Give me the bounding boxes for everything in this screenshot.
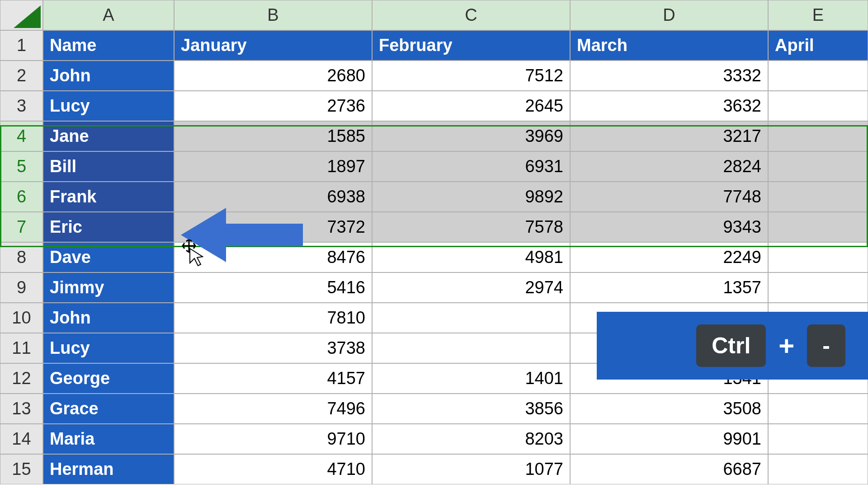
cell-A3[interactable]: Lucy xyxy=(43,91,174,121)
cell-B11[interactable]: 3738 xyxy=(174,333,372,363)
row-header-13[interactable]: 13 xyxy=(0,394,43,424)
cell-D1[interactable]: March xyxy=(570,30,768,61)
cell-B3[interactable]: 2736 xyxy=(174,91,372,121)
row-header-11[interactable]: 11 xyxy=(0,333,43,363)
cell-C10[interactable] xyxy=(372,303,570,333)
cell-C7[interactable]: 7578 xyxy=(372,212,570,242)
cell-B5[interactable]: 1897 xyxy=(174,151,372,182)
col-header-C[interactable]: C xyxy=(372,0,570,30)
cell-A5[interactable]: Bill xyxy=(43,151,174,182)
row-header-3[interactable]: 3 xyxy=(0,91,43,121)
row-header-5[interactable]: 5 xyxy=(0,151,43,182)
cell-E8[interactable] xyxy=(768,242,868,272)
cell-D6[interactable]: 7748 xyxy=(570,182,768,212)
cell-C14[interactable]: 8203 xyxy=(372,424,570,454)
cell-B1[interactable]: January xyxy=(174,30,372,61)
cell-A9[interactable]: Jimmy xyxy=(43,272,174,303)
col-header-D[interactable]: D xyxy=(570,0,768,30)
cell-A2[interactable]: John xyxy=(43,61,174,91)
col-header-B[interactable]: B xyxy=(174,0,372,30)
cell-C5[interactable]: 6931 xyxy=(372,151,570,182)
cell-D3[interactable]: 3632 xyxy=(570,91,768,121)
cell-E4[interactable] xyxy=(768,121,868,151)
row-header-12[interactable]: 12 xyxy=(0,363,43,394)
cell-E5[interactable] xyxy=(768,151,868,182)
cell-A14[interactable]: Maria xyxy=(43,424,174,454)
cell-B8[interactable]: 8476 xyxy=(174,242,372,272)
cell-A13[interactable]: Grace xyxy=(43,394,174,424)
cell-D8[interactable]: 2249 xyxy=(570,242,768,272)
cell-A7[interactable]: Eric xyxy=(43,212,174,242)
cell-D7[interactable]: 9343 xyxy=(570,212,768,242)
cell-E2[interactable] xyxy=(768,61,868,91)
cell-A6[interactable]: Frank xyxy=(43,182,174,212)
cell-A4[interactable]: Jane xyxy=(43,121,174,151)
row-header-2[interactable]: 2 xyxy=(0,61,43,91)
cell-C12[interactable]: 1401 xyxy=(372,363,570,394)
cell-E3[interactable] xyxy=(768,91,868,121)
cell-C3[interactable]: 2645 xyxy=(372,91,570,121)
cell-A10[interactable]: John xyxy=(43,303,174,333)
cell-A11[interactable]: Lucy xyxy=(43,333,174,363)
cell-D9[interactable]: 1357 xyxy=(570,272,768,303)
cell-E6[interactable] xyxy=(768,182,868,212)
cell-D2[interactable]: 3332 xyxy=(570,61,768,91)
cell-B6[interactable]: 6938 xyxy=(174,182,372,212)
cell-C9[interactable]: 2974 xyxy=(372,272,570,303)
row-header-10[interactable]: 10 xyxy=(0,303,43,333)
cell-E15[interactable] xyxy=(768,454,868,484)
row-header-1[interactable]: 1 xyxy=(0,30,43,61)
cell-D13[interactable]: 3508 xyxy=(570,394,768,424)
cell-C2[interactable]: 7512 xyxy=(372,61,570,91)
cell-B4[interactable]: 1585 xyxy=(174,121,372,151)
cell-B7[interactable]: 7372 xyxy=(174,212,372,242)
shortcut-hint: Ctrl + - xyxy=(597,312,868,380)
key-minus: - xyxy=(807,324,845,367)
cell-D4[interactable]: 3217 xyxy=(570,121,768,151)
cell-B12[interactable]: 4157 xyxy=(174,363,372,394)
cell-A1[interactable]: Name xyxy=(43,30,174,61)
cell-D14[interactable]: 9901 xyxy=(570,424,768,454)
cell-B2[interactable]: 2680 xyxy=(174,61,372,91)
cell-C1[interactable]: February xyxy=(372,30,570,61)
cell-A15[interactable]: Herman xyxy=(43,454,174,484)
cell-E14[interactable] xyxy=(768,424,868,454)
cell-E13[interactable] xyxy=(768,394,868,424)
col-header-E[interactable]: E xyxy=(768,0,868,30)
cell-E9[interactable] xyxy=(768,272,868,303)
plus-icon: + xyxy=(778,330,794,361)
cell-B14[interactable]: 9710 xyxy=(174,424,372,454)
cell-C11[interactable] xyxy=(372,333,570,363)
cell-C8[interactable]: 4981 xyxy=(372,242,570,272)
row-header-15[interactable]: 15 xyxy=(0,454,43,484)
cell-D5[interactable]: 2824 xyxy=(570,151,768,182)
cell-A8[interactable]: Dave xyxy=(43,242,174,272)
svg-marker-0 xyxy=(14,5,41,28)
row-header-9[interactable]: 9 xyxy=(0,272,43,303)
cell-B9[interactable]: 5416 xyxy=(174,272,372,303)
cell-C4[interactable]: 3969 xyxy=(372,121,570,151)
cell-E1[interactable]: April xyxy=(768,30,868,61)
row-header-8[interactable]: 8 xyxy=(0,242,43,272)
cell-C15[interactable]: 1077 xyxy=(372,454,570,484)
spreadsheet-grid[interactable]: A B C D E 1 Name January February March … xyxy=(0,0,868,484)
row-header-14[interactable]: 14 xyxy=(0,424,43,454)
cell-C13[interactable]: 3856 xyxy=(372,394,570,424)
cell-E7[interactable] xyxy=(768,212,868,242)
key-ctrl: Ctrl xyxy=(696,324,766,367)
col-header-A[interactable]: A xyxy=(43,0,174,30)
cell-A12[interactable]: George xyxy=(43,363,174,394)
cell-B13[interactable]: 7496 xyxy=(174,394,372,424)
cell-D15[interactable]: 6687 xyxy=(570,454,768,484)
cell-B15[interactable]: 4710 xyxy=(174,454,372,484)
cell-B10[interactable]: 7810 xyxy=(174,303,372,333)
row-header-7[interactable]: 7 xyxy=(0,212,43,242)
row-header-6[interactable]: 6 xyxy=(0,182,43,212)
cell-C6[interactable]: 9892 xyxy=(372,182,570,212)
row-header-4[interactable]: 4 xyxy=(0,121,43,151)
select-all-corner[interactable] xyxy=(0,0,43,30)
